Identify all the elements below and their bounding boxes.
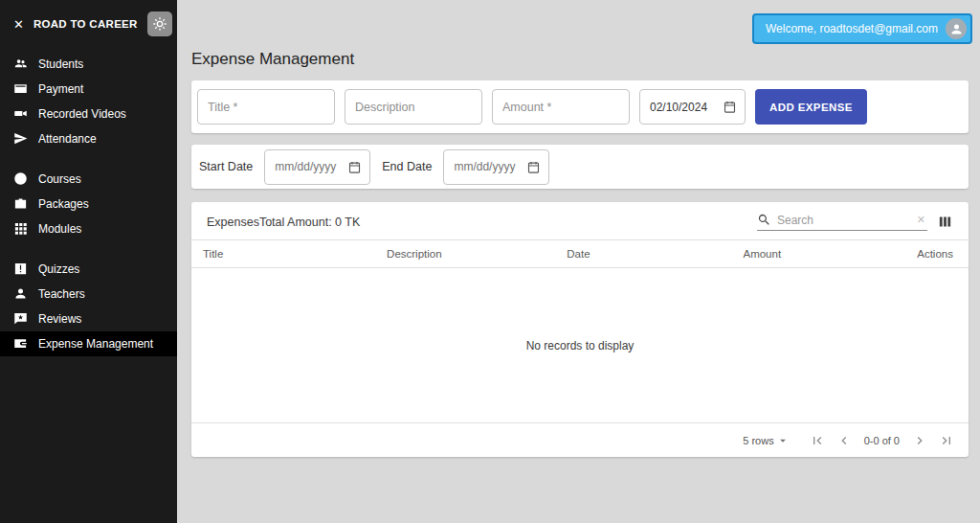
columns-visibility-button[interactable]: [935, 212, 955, 232]
app-root: ✕ ROAD TO CAREER Students Payment: [0, 0, 980, 523]
sidebar-item-label: Teachers: [38, 287, 85, 301]
sidebar-item-quizzes[interactable]: Quizzes: [0, 257, 177, 282]
sidebar-item-label: Packages: [38, 197, 89, 211]
chevron-down-icon: [776, 434, 790, 447]
sun-icon: [152, 16, 167, 32]
main-content: Welcome, roadtosdet@gmail.com Expense Ma…: [177, 0, 980, 523]
table-total-text: Total Amount: 0 TK: [259, 216, 360, 229]
students-icon: [13, 57, 29, 72]
end-date-label: End Date: [382, 160, 432, 173]
sidebar-item-label: Recorded Videos: [38, 107, 126, 121]
column-header-date[interactable]: Date: [567, 248, 743, 260]
nav-group-1: Students Payment Recorded Videos Attenda…: [0, 52, 177, 151]
sidebar-item-courses[interactable]: Courses: [0, 167, 177, 192]
start-date-label: Start Date: [199, 160, 253, 173]
pagination-range-label: 0-0 of 0: [864, 435, 900, 446]
sidebar-item-label: Quizzes: [38, 262, 79, 276]
sidebar-item-reviews[interactable]: Reviews: [0, 307, 177, 331]
search-input[interactable]: [777, 214, 909, 227]
expense-date-field: [639, 89, 746, 125]
briefcase-icon: [13, 196, 29, 212]
search-box: ✕: [757, 213, 927, 231]
welcome-banner[interactable]: Welcome, roadtosdet@gmail.com: [752, 13, 972, 44]
sidebar-item-teachers[interactable]: Teachers: [0, 282, 177, 307]
add-expense-button[interactable]: ADD EXPENSE: [755, 89, 867, 125]
sidebar: ✕ ROAD TO CAREER Students Payment: [0, 0, 177, 523]
table-footer: 5 rows 0-0 of 0: [191, 422, 969, 457]
table-toolbar: ExpensesTotal Amount: 0 TK ✕: [191, 202, 969, 239]
theme-toggle-button[interactable]: [147, 11, 172, 36]
chevron-right-icon: [912, 433, 927, 448]
column-header-amount[interactable]: Amount: [743, 248, 870, 260]
sidebar-item-label: Courses: [38, 172, 81, 186]
start-date-input[interactable]: [275, 160, 344, 173]
calendar-icon[interactable]: [524, 158, 543, 176]
columns-icon: [937, 214, 953, 230]
column-header-actions: Actions: [871, 248, 953, 260]
sidebar-item-packages[interactable]: Packages: [0, 192, 177, 216]
first-page-icon: [810, 433, 825, 448]
table-title-text: Expenses: [207, 216, 259, 229]
nav-group-3: Quizzes Teachers Reviews Expense Managem…: [0, 257, 177, 356]
title-input[interactable]: [197, 89, 335, 125]
quiz-icon: [13, 262, 29, 277]
search-icon: [757, 213, 771, 227]
attendance-icon: [13, 131, 29, 147]
grid-icon: [13, 221, 29, 237]
clear-search-icon[interactable]: ✕: [915, 215, 927, 225]
end-date-field: [443, 149, 549, 185]
add-expense-form: ADD EXPENSE: [191, 80, 969, 133]
chevron-left-icon: [836, 433, 852, 448]
column-header-description[interactable]: Description: [387, 248, 567, 260]
sidebar-item-students[interactable]: Students: [0, 52, 177, 77]
sidebar-item-label: Modules: [38, 222, 81, 236]
table-header-row: Title Description Date Amount Actions: [191, 239, 969, 268]
payment-icon: [13, 81, 29, 97]
last-page-button[interactable]: [934, 429, 959, 452]
review-icon: [13, 311, 29, 327]
description-input[interactable]: [345, 89, 482, 125]
amount-input[interactable]: [492, 89, 630, 125]
rows-per-page-label: 5 rows: [743, 435, 773, 446]
previous-page-button[interactable]: [832, 429, 857, 452]
last-page-icon: [939, 433, 954, 448]
sidebar-nav: Students Payment Recorded Videos Attenda…: [0, 52, 177, 372]
avatar: [946, 18, 967, 39]
sidebar-item-expense-management[interactable]: Expense Management: [0, 331, 177, 356]
date-filter-bar: Start Date End Date: [191, 145, 969, 189]
empty-state-text: No records to display: [191, 268, 969, 422]
video-camera-icon: [13, 106, 29, 122]
calendar-icon[interactable]: [721, 98, 739, 116]
column-header-title[interactable]: Title: [203, 248, 387, 260]
page-title: Expense Management: [191, 50, 969, 69]
table-title: ExpensesTotal Amount: 0 TK: [207, 216, 360, 229]
wallet-icon: [13, 336, 29, 352]
sidebar-item-label: Expense Management: [38, 337, 153, 351]
welcome-text: Welcome, roadtosdet@gmail.com: [766, 22, 938, 35]
sidebar-item-label: Attendance: [38, 132, 97, 146]
table-toolbar-actions: ✕: [757, 212, 955, 232]
start-date-field: [264, 149, 370, 185]
rows-per-page-select[interactable]: 5 rows: [743, 434, 789, 447]
sidebar-item-label: Payment: [38, 82, 83, 96]
expense-date-input[interactable]: [650, 101, 719, 114]
next-page-button[interactable]: [907, 429, 932, 452]
brand-title: ROAD TO CAREER: [33, 18, 138, 30]
sidebar-item-modules[interactable]: Modules: [0, 216, 177, 241]
sidebar-item-label: Reviews: [38, 312, 81, 326]
sidebar-item-label: Students: [38, 57, 83, 71]
sidebar-item-attendance[interactable]: Attendance: [0, 126, 177, 151]
sidebar-item-recorded-videos[interactable]: Recorded Videos: [0, 102, 177, 126]
first-page-button[interactable]: [805, 429, 830, 452]
end-date-input[interactable]: [454, 160, 523, 173]
expenses-table: ExpensesTotal Amount: 0 TK ✕ Title Descr…: [191, 202, 969, 457]
calendar-icon[interactable]: [345, 158, 364, 176]
clock-icon: [13, 171, 29, 187]
close-icon[interactable]: ✕: [13, 18, 24, 31]
person-icon: [13, 286, 29, 302]
sidebar-item-payment[interactable]: Payment: [0, 77, 177, 102]
sidebar-header: ✕ ROAD TO CAREER: [0, 0, 177, 52]
nav-group-2: Courses Packages Modules: [0, 167, 177, 241]
